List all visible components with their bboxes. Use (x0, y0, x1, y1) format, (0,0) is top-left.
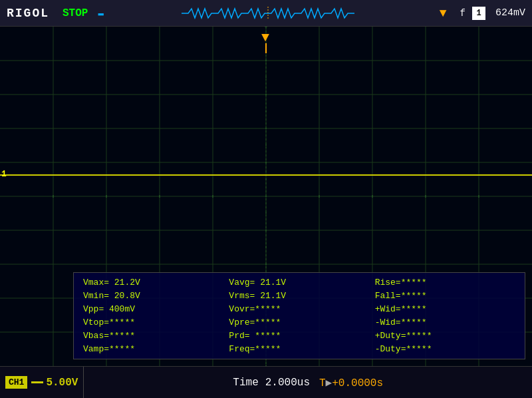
meas-vpp: Vpp= 400mV (80, 303, 226, 315)
trigger-arrow-icon: ▼ (440, 7, 447, 20)
trigger-time-indicator: T▶+0.0000s (319, 376, 383, 389)
time-status-area: Time 2.000us T▶+0.0000s (84, 376, 532, 389)
meas-vamp: Vamp=***** (80, 343, 226, 355)
status-label: STOP (63, 7, 88, 19)
rigol-logo: RIGOL (7, 7, 49, 20)
meas-prd: Prd= ***** (226, 329, 372, 342)
time-value: 2.000us (265, 377, 310, 389)
measurements-box: Vmax= 21.2V Vavg= 21.1V Rise=***** Vmin=… (73, 272, 525, 359)
meas-vbas: Vbas=***** (80, 329, 226, 342)
trigger-waveform-svg (182, 7, 354, 20)
trigger-voltage: 624mV (495, 7, 525, 19)
meas-pwid: +Wid=***** (372, 303, 518, 315)
meas-vmin: Vmin= 20.8V (80, 290, 226, 302)
trigger-vline (265, 43, 267, 53)
trigger-wave-area (110, 7, 426, 20)
meas-freq: Freq=***** (226, 343, 372, 355)
scope-screen: ▼ 1 Vmax= 21.2V Vavg= 21.1V Rise=***** V… (0, 27, 532, 366)
freq-icon: f (460, 8, 466, 19)
ch1-label: CH1 (5, 376, 27, 389)
bottom-bar: CH1 5.00V Time 2.000us T▶+0.0000s (0, 366, 532, 398)
battery-icon: ▬ (98, 8, 103, 19)
ch1-voltage: 5.00V (46, 377, 78, 389)
channel-badge: 1 (472, 7, 485, 20)
ch1-status-area: CH1 5.00V (0, 367, 84, 398)
top-bar: RIGOL STOP ▬ ▼ f 1 624mV (0, 0, 532, 27)
meas-pduty: +Duty=***** (372, 329, 518, 342)
meas-vmax: Vmax= 21.2V (80, 276, 226, 289)
meas-vavg: Vavg= 21.1V (226, 276, 372, 289)
trigger-arrow-right: ▶ (326, 377, 332, 389)
meas-vtop: Vtop=***** (80, 316, 226, 329)
ch1-level-marker: 1 (1, 169, 7, 179)
ch1-color-indicator (31, 381, 43, 383)
meas-nwid: -Wid=***** (372, 316, 518, 329)
trigger-time-value: +0.0000s (332, 377, 383, 389)
ch1-signal-line (0, 174, 532, 176)
meas-rise: Rise=***** (372, 276, 518, 289)
meas-nduty: -Duty=***** (372, 343, 518, 355)
meas-vpre: Vpre=***** (226, 316, 372, 329)
meas-vovr: Vovr=***** (226, 303, 372, 315)
trigger-t-label: T (319, 377, 326, 389)
time-label: Time (233, 377, 258, 389)
meas-vrms: Vrms= 21.1V (226, 290, 372, 302)
meas-fall: Fall=***** (372, 290, 518, 302)
